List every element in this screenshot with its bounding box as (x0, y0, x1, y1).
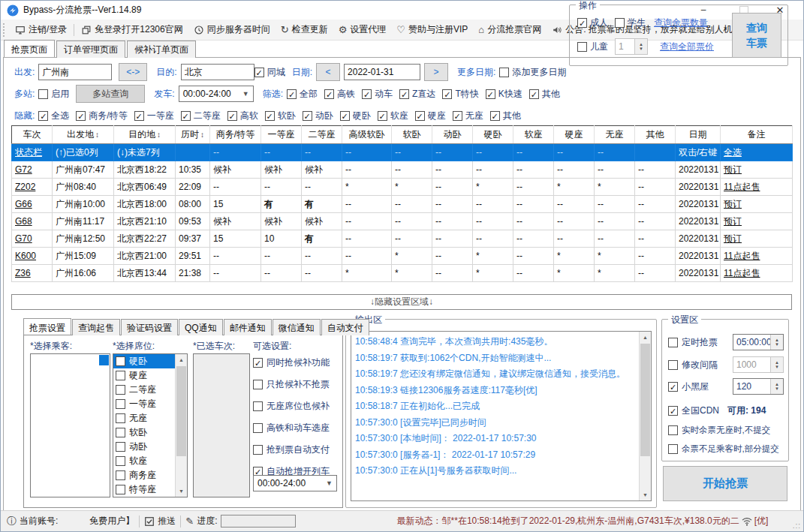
checkbox[interactable]: ✓ (415, 111, 425, 121)
train-link[interactable]: G72 (12, 161, 53, 179)
col-header-13[interactable]: 硬座 (554, 126, 595, 144)
note-link[interactable]: 预订 (721, 196, 793, 213)
hide-settings-divider[interactable]: ↓隐藏设置区域↓ (11, 294, 792, 310)
scroll-down-icon[interactable]: ▼ (640, 489, 651, 500)
checkbox[interactable] (253, 423, 263, 433)
train-link[interactable]: K600 (12, 248, 53, 265)
train-row-G68[interactable]: G68广州南11:17北京西21:1009:53候补候补候补----------… (12, 213, 793, 230)
grab-time-range-select[interactable]: 00:00-24:00▼ (253, 475, 337, 491)
checkbox[interactable]: ✓ (287, 89, 297, 99)
checkbox[interactable]: ✓ (303, 111, 312, 121)
selected-trains-listbox[interactable] (193, 353, 250, 497)
filter-1-checkbox[interactable]: ✓全部 (287, 88, 318, 101)
seat-item-一等座[interactable]: 一等座 (113, 397, 176, 411)
col-header-8[interactable]: 高级软卧 (342, 126, 392, 144)
checkbox[interactable] (253, 445, 263, 455)
adult-checkbox[interactable]: ✓成人 (577, 17, 608, 29)
hide-5-checkbox[interactable]: ✓高软 (227, 110, 258, 122)
seat-listbox[interactable]: 硬卧硬座二等座一等座无座软卧动卧软座商务座特等座 ▲ ▼ (113, 353, 188, 497)
settings-tab-2[interactable]: 查询起售 (72, 319, 120, 335)
filter-5-checkbox[interactable]: ✓T特快 (442, 88, 478, 101)
main-tab-2[interactable]: 订单管理页面 (56, 41, 125, 58)
option-3[interactable]: 无座席位也候补 (253, 400, 330, 413)
checkbox[interactable]: ✓ (378, 111, 387, 121)
query-price-link[interactable]: 查询全部票价 (660, 41, 714, 53)
main-tab-3[interactable]: 候补订单页面 (127, 41, 196, 58)
timed-grab-checkbox[interactable]: 定时抢票 (668, 336, 718, 349)
blackroom-spinner[interactable]: 120▲▼ (733, 378, 784, 395)
checkbox[interactable]: ✓ (253, 358, 263, 368)
checkbox[interactable]: ✓ (227, 111, 237, 121)
query-tickets-button[interactable]: 查询车票 (732, 13, 781, 58)
toolbar-item-1[interactable]: 注销/登录 (10, 20, 72, 40)
checkbox[interactable] (253, 380, 263, 389)
checkbox[interactable] (116, 371, 125, 380)
checkbox[interactable]: ✓ (668, 382, 678, 392)
seat-item-无座[interactable]: 无座 (113, 411, 176, 425)
note-link[interactable]: 11点起售 (721, 248, 793, 265)
checkbox[interactable] (116, 456, 125, 466)
date-next-button[interactable]: > (424, 63, 448, 81)
seat-item-硬卧[interactable]: 硬卧 (113, 354, 176, 368)
toolbar-item-7[interactable]: ⌂分流抢票官网 (473, 20, 547, 40)
checkbox[interactable] (116, 428, 125, 437)
settings-tab-3[interactable]: 验证码设置 (121, 319, 178, 335)
col-header-17[interactable]: 备注 (721, 126, 793, 144)
note-link[interactable]: 预订 (721, 213, 793, 230)
hide-8-checkbox[interactable]: ✓硬卧 (340, 110, 371, 122)
train-link[interactable]: G70 (12, 230, 53, 248)
col-header-15[interactable]: 其他 (635, 126, 676, 144)
col-header-16[interactable]: 日期 (676, 126, 721, 144)
filter-4-checkbox[interactable]: ✓Z直达 (399, 88, 435, 101)
note-link[interactable]: 预订 (721, 230, 793, 248)
student-checkbox[interactable]: 学生 (615, 17, 646, 29)
checkbox[interactable] (38, 89, 48, 99)
checkbox[interactable]: ✓ (181, 111, 191, 121)
start-grab-button[interactable]: 开始抢票 (663, 466, 787, 501)
checkbox[interactable]: ✓ (442, 89, 452, 99)
option-4[interactable]: 高铁和动车选座 (253, 422, 330, 434)
checkbox[interactable]: ✓ (490, 111, 500, 121)
col-header-3[interactable]: 目的地↕ (114, 126, 176, 144)
scroll-up-icon[interactable]: ▲ (640, 332, 651, 343)
note-link[interactable]: 11点起售 (721, 265, 793, 282)
spinner-arrows-icon[interactable]: ▲▼ (770, 379, 783, 394)
checkbox[interactable]: ✓ (453, 111, 462, 121)
col-header-4[interactable]: 历时↕ (176, 126, 210, 144)
checkbox[interactable] (116, 356, 125, 366)
partial-submit-checkbox[interactable]: 余票不足乘客时,部分提交 (668, 443, 779, 455)
enable-checkbox[interactable]: 启用 (38, 88, 69, 101)
status-cell-17[interactable]: 全选 (721, 144, 793, 161)
hide-10-checkbox[interactable]: ✓硬座 (415, 110, 446, 122)
add-more-dates-checkbox[interactable]: 添加更多日期 (499, 66, 566, 79)
checkbox[interactable]: ✓ (254, 68, 264, 77)
hide-12-checkbox[interactable]: ✓其他 (490, 110, 521, 122)
timed-grab-spinner[interactable]: 05:00:00▲▼ (733, 334, 784, 350)
child-checkbox[interactable]: 儿童 (577, 41, 608, 53)
seat-item-软卧[interactable]: 软卧 (113, 425, 176, 440)
main-tab-1[interactable]: 抢票页面 (4, 40, 55, 57)
train-row-K600[interactable]: K600广州15:09北京西21:0029:51--------*--*--**… (12, 248, 793, 265)
col-header-12[interactable]: 软座 (513, 126, 554, 144)
depart-input[interactable]: 广州南 (38, 64, 112, 80)
checkbox[interactable] (253, 401, 263, 411)
filter-6-checkbox[interactable]: ✓K快速 (486, 88, 522, 101)
note-link[interactable]: 11点起售 (721, 179, 793, 196)
passenger-listbox[interactable] (30, 353, 110, 497)
checkbox[interactable] (668, 425, 678, 435)
scrollbar-thumb[interactable] (640, 344, 650, 456)
toolbar-item-4[interactable]: ↻检查更新 (276, 20, 333, 40)
train-row-Z36[interactable]: Z36广州16:06北京西13:4421:38------**--*--**--… (12, 265, 793, 282)
hide-3-checkbox[interactable]: ✓一等座 (134, 110, 174, 122)
checkbox[interactable] (668, 338, 678, 347)
hide-9-checkbox[interactable]: ✓软座 (378, 110, 408, 122)
col-header-11[interactable]: 硬卧 (473, 126, 513, 144)
depart-time-select[interactable]: 00:00-24:00▼ (179, 86, 254, 102)
checkbox[interactable] (116, 442, 125, 452)
settings-tab-7[interactable]: 自动支付 (321, 319, 369, 335)
status-row[interactable]: 状态栏(↑)已选0列(↓)未选7列--------------------双击/… (12, 144, 793, 161)
train-row-Z202[interactable]: Z202广州08:40北京西06:4922:09------**--*--**-… (12, 179, 793, 196)
checkbox[interactable]: ✓ (486, 89, 495, 99)
settings-tab-5[interactable]: 邮件通知 (224, 319, 272, 335)
settings-tab-4[interactable]: QQ通知 (179, 319, 223, 335)
